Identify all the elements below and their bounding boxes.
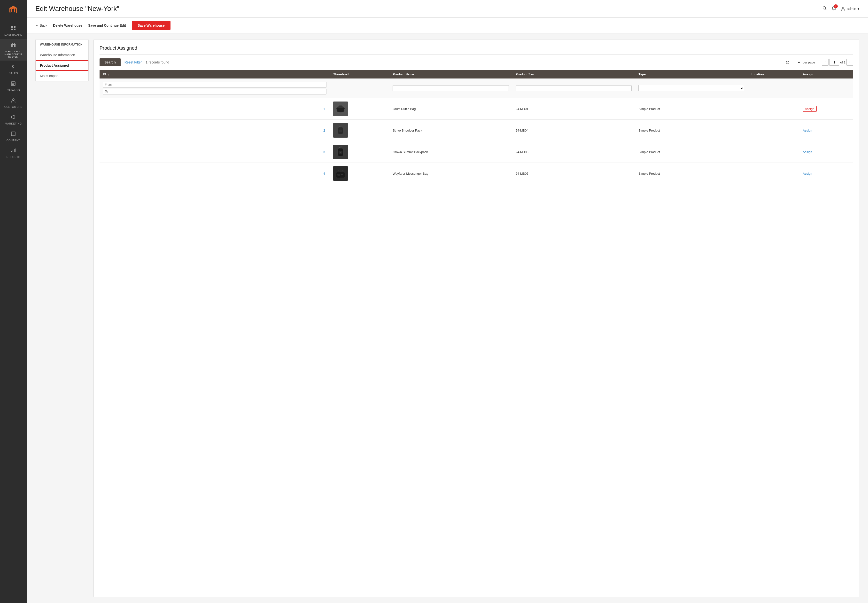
assign-link[interactable]: Assign: [803, 172, 812, 175]
left-nav-item-mass-import[interactable]: Mass Import: [36, 71, 88, 81]
thumbnail-cell: [330, 141, 389, 163]
per-page-control: 20 30 50 100 200 per page: [783, 59, 815, 66]
svg-point-31: [340, 152, 341, 153]
svg-rect-16: [11, 151, 12, 152]
col-header-product-name: Product Name: [389, 70, 512, 79]
sidebar-item-dashboard[interactable]: DASHBOARD: [0, 22, 27, 39]
filter-name-cell: [389, 79, 512, 98]
admin-username: admin: [847, 7, 856, 11]
col-header-id[interactable]: ID ↓: [100, 70, 330, 79]
save-warehouse-button[interactable]: Save Warehouse: [132, 21, 170, 30]
sidebar-item-warehouse[interactable]: WAREHOUSEMANAGEMENTSYSTEM: [0, 39, 27, 60]
table-row: 1Joust Duffle Bag24-MB01Simple ProductAs…: [100, 98, 853, 120]
product-id-cell: 1: [100, 98, 330, 120]
assign-cell: Assign: [800, 98, 854, 120]
reset-filter-button[interactable]: Reset Filter: [125, 60, 142, 64]
assign-cell: Assign: [800, 141, 854, 163]
sidebar-item-catalog[interactable]: CATALOG: [0, 77, 27, 94]
table-row: 4Wayfarer Messenger Bag24-MB05Simple Pro…: [100, 163, 853, 184]
product-name-cell: Strive Shoulder Pack: [389, 120, 512, 141]
svg-point-12: [12, 99, 14, 100]
table-row: 2Strive Shoulder Pack24-MB04Simple Produ…: [100, 120, 853, 141]
prev-page-button[interactable]: ‹: [822, 59, 828, 66]
assign-link[interactable]: Assign: [803, 106, 817, 112]
svg-point-20: [823, 6, 826, 9]
left-nav-title: WAREHOUSE INFORMATION: [36, 40, 88, 50]
sidebar-item-label: MARKETING: [5, 122, 22, 125]
product-location-cell: [748, 120, 800, 141]
product-name-cell: Crown Summit Backpack: [389, 141, 512, 163]
save-continue-button[interactable]: Save and Continue Edit: [88, 23, 126, 27]
search-button[interactable]: Search: [100, 59, 120, 66]
product-sku-cell: 24-MB05: [512, 163, 635, 184]
svg-rect-19: [15, 148, 16, 152]
left-nav-item-product-assigned[interactable]: Product Assigned: [36, 60, 88, 71]
sidebar-item-sales[interactable]: $ SALES: [0, 60, 27, 77]
product-thumbnail: [333, 166, 348, 181]
filter-product-sku[interactable]: [516, 85, 632, 91]
records-info: 1 records found: [145, 60, 169, 64]
sales-icon: $: [11, 64, 16, 71]
sort-arrow-id: ↓: [108, 73, 110, 76]
admin-user-menu[interactable]: admin ▾: [841, 6, 859, 11]
page-number-input[interactable]: [829, 59, 839, 66]
catalog-icon: [11, 81, 16, 87]
filter-id-to[interactable]: [103, 89, 326, 94]
sidebar: DASHBOARD WAREHOUSEMANAGEMENTSYSTEM $ SA…: [0, 0, 27, 603]
svg-rect-18: [14, 149, 14, 152]
thumbnail-cell: [330, 98, 389, 120]
filter-id-from[interactable]: [103, 82, 326, 88]
warehouse-icon: [11, 42, 16, 49]
sidebar-item-reports[interactable]: REPORTS: [0, 144, 27, 161]
per-page-label: per page: [803, 60, 815, 64]
col-header-assign: Assign: [800, 70, 854, 79]
magento-logo-icon: [8, 5, 19, 16]
sidebar-divider: [4, 21, 23, 21]
delete-warehouse-button[interactable]: Delete Warehouse: [53, 23, 82, 27]
filter-sku-cell: [512, 79, 635, 98]
assign-cell: Assign: [800, 163, 854, 184]
product-location-cell: [748, 163, 800, 184]
svg-rect-33: [337, 174, 340, 176]
assign-link[interactable]: Assign: [803, 128, 812, 132]
main-content: Edit Warehouse "New-York" 1 admin ▾ ← Ba…: [27, 0, 868, 603]
action-bar: ← Back Delete Warehouse Save and Continu…: [27, 18, 868, 33]
notifications-button[interactable]: 1: [831, 6, 836, 12]
per-page-select[interactable]: 20 30 50 100 200: [783, 59, 801, 66]
left-nav-item-warehouse-info[interactable]: Warehouse Information: [36, 50, 88, 60]
col-header-thumbnail: Thumbnail: [330, 70, 389, 79]
left-nav: WAREHOUSE INFORMATION Warehouse Informat…: [36, 39, 89, 81]
back-button[interactable]: ← Back: [36, 23, 47, 27]
admin-dropdown-icon: ▾: [857, 7, 859, 11]
search-button[interactable]: [822, 6, 827, 12]
product-sku-cell: 24-MB04: [512, 120, 635, 141]
filter-thumbnail-cell: [330, 79, 389, 98]
notification-count: 1: [834, 5, 838, 8]
product-id-cell: 3: [100, 141, 330, 163]
panel-title: Product Assigned: [100, 45, 853, 54]
sidebar-item-label: DASHBOARD: [5, 33, 22, 36]
page-of-total: of 1: [840, 60, 845, 64]
product-thumbnail: [333, 145, 348, 159]
filter-location-cell: [748, 79, 800, 98]
product-name-cell: Wayfarer Messenger Bag: [389, 163, 512, 184]
col-header-type: Type: [635, 70, 747, 79]
sidebar-item-customers[interactable]: CUSTOMERS: [0, 94, 27, 111]
dashboard-icon: [11, 25, 16, 32]
svg-text:$: $: [12, 65, 14, 69]
sidebar-item-label: REPORTS: [6, 156, 20, 159]
svg-rect-24: [344, 109, 344, 111]
sidebar-item-marketing[interactable]: MARKETING: [0, 111, 27, 128]
sidebar-item-content[interactable]: CONTENT: [0, 128, 27, 144]
assign-link[interactable]: Assign: [803, 150, 812, 154]
filter-type-select[interactable]: Simple Product Configurable Product: [638, 85, 744, 91]
svg-rect-6: [12, 45, 14, 47]
product-location-cell: [748, 98, 800, 120]
next-page-button[interactable]: ›: [846, 59, 853, 66]
svg-rect-11: [12, 84, 14, 85]
product-thumbnail: [333, 123, 348, 138]
filter-assign-cell: [800, 79, 854, 98]
product-type-cell: Simple Product: [635, 141, 747, 163]
filter-product-name[interactable]: [392, 85, 509, 91]
products-table: ID ↓ Thumbnail Product Name Product Sku: [100, 70, 853, 184]
